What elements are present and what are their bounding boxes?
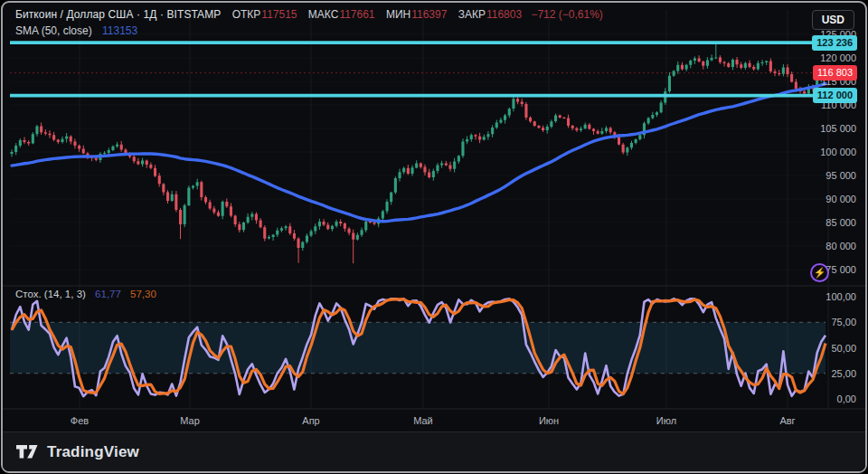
tradingview-logo-icon[interactable]	[15, 444, 39, 460]
stoch-tick-label: 25,00	[831, 368, 856, 379]
stoch-d-value: 57,30	[130, 289, 156, 299]
price-tick-label: 105 000	[820, 123, 856, 134]
stoch-params: (14, 1, 3)	[44, 289, 86, 299]
level-price-label-lower: 112 000	[813, 88, 857, 103]
boost-lightning-icon[interactable]: ⚡	[810, 263, 829, 282]
sma-label: SMA (50, close)	[15, 24, 92, 37]
close-value: 116803	[486, 8, 522, 21]
stoch-tick-label: 75,00	[831, 317, 856, 327]
month-label: Апр	[302, 415, 319, 426]
month-label: Авг	[779, 415, 795, 426]
month-label: Фев	[71, 415, 89, 426]
close-label: ЗАКР	[458, 8, 486, 21]
month-label: Июн	[539, 415, 559, 426]
up-candle-wicks	[12, 43, 826, 251]
open-label: ОТКР	[232, 8, 261, 21]
symbol-legend: Биткоин / Доллар США · 1Д · BITSTAMP ОТК…	[15, 8, 603, 21]
change-value: −712 (−0,61%)	[531, 8, 602, 21]
month-label: Июл	[656, 415, 676, 426]
month-label: Май	[413, 415, 433, 426]
tradingview-chart-widget: Биткоин / Доллар США · 1Д · BITSTAMP ОТК…	[1, 1, 867, 473]
stoch-label: Стох.	[15, 289, 42, 299]
sma-legend[interactable]: SMA (50, close) 113153	[15, 24, 137, 37]
sma-line	[12, 84, 826, 222]
low-value: 116397	[411, 8, 447, 21]
sma-value: 113153	[102, 24, 137, 37]
price-tick-label: 95 000	[826, 170, 856, 181]
tradingview-brand-text[interactable]: TradingView	[47, 443, 139, 461]
month-label: Мар	[180, 415, 200, 426]
stoch-tick-label: 0,00	[837, 393, 856, 404]
footer-bar: TradingView	[3, 431, 865, 471]
price-tick-label: 75 000	[826, 264, 856, 275]
chart-canvas[interactable]	[3, 3, 867, 432]
price-tick-label: 120 000	[820, 52, 856, 63]
price-tick-label: 80 000	[826, 241, 856, 251]
symbol-title[interactable]: Биткоин / Доллар США · 1Д · BITSTAMP	[15, 8, 221, 21]
open-value: 117515	[261, 8, 297, 21]
stoch-tick-label: 100,00	[826, 291, 856, 302]
level-price-label-upper: 123 236	[812, 35, 857, 51]
stochastic-legend[interactable]: Стох. (14, 1, 3) 61,77 57,30	[15, 289, 156, 299]
price-tick-label: 90 000	[826, 194, 856, 204]
stoch-k-value: 61,77	[95, 289, 121, 299]
low-label: МИН	[386, 8, 410, 21]
high-value: 117661	[339, 8, 374, 21]
stoch-band	[10, 322, 826, 374]
stoch-tick-label: 50,00	[831, 343, 856, 354]
currency-button[interactable]: USD	[812, 10, 854, 30]
price-tick-label: 85 000	[826, 217, 856, 228]
last-price-label: 116 803	[813, 65, 857, 81]
high-label: МАКС	[308, 8, 339, 21]
price-tick-label: 100 000	[820, 147, 856, 157]
